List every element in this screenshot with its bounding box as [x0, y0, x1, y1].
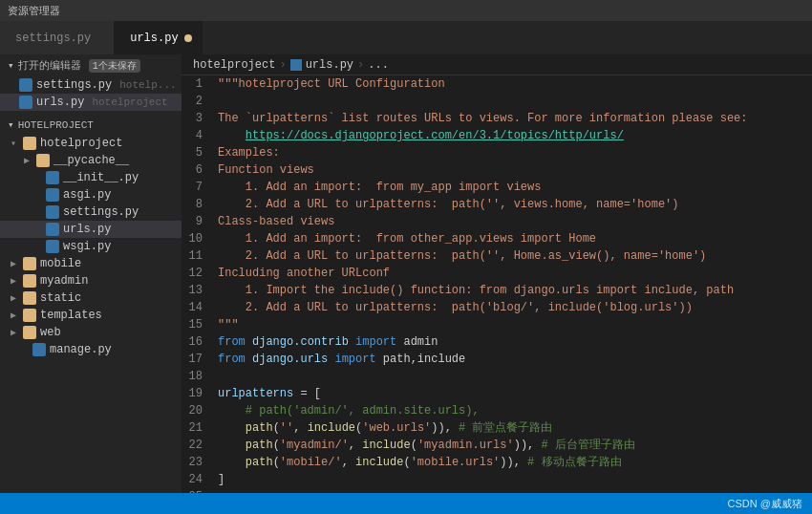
code-row-17: 17 from django.urls import path,include [182, 351, 812, 368]
open-file-urls-label: urls.py [36, 96, 84, 109]
breadcrumb-py-icon [290, 59, 302, 71]
file-icon-wsgi [46, 240, 59, 253]
code-row-19: 19 urlpatterns = [ [182, 385, 812, 402]
code-row-5: 5 Examples: [182, 144, 812, 161]
line-num-11: 11 [182, 247, 218, 265]
line-num-4: 4 [182, 127, 218, 144]
code-row-10: 10 1. Add an import: from other_app.view… [182, 230, 812, 247]
code-row-7: 7 1. Add an import: from my_app import v… [182, 179, 812, 196]
code-row-24: 24 ] [182, 471, 812, 488]
tree-init[interactable]: ▶ __init__.py [0, 169, 182, 186]
folder-icon-pycache [36, 154, 50, 167]
folder-icon-static [23, 291, 36, 305]
code-line-3: The `urlpatterns` list routes URLs to vi… [218, 110, 812, 127]
file-label-asgi: asgi.py [63, 188, 111, 202]
code-line-9: Class-based views [218, 213, 812, 230]
open-file-settings-extra: hotelp... [119, 79, 176, 91]
open-editors-section[interactable]: ▾ 打开的编辑器 1个未保存 [0, 54, 182, 76]
tree-myadmin[interactable]: ▶ myadmin [0, 272, 182, 289]
code-line-7: 1. Add an import: from my_app import vie… [218, 179, 812, 196]
tree-templates[interactable]: ▶ templates [0, 307, 182, 324]
breadcrumb-sep1: › [279, 58, 286, 72]
line-num-21: 21 [182, 419, 218, 437]
main-layout: ▾ 打开的编辑器 1个未保存 settings.py hotelp... url… [0, 54, 812, 493]
folder-icon-templates [23, 309, 36, 322]
arrow-mobile: ▶ [8, 258, 19, 269]
project-section[interactable]: ▾ HOTELPROJECT [0, 115, 182, 135]
line-num-24: 24 [182, 471, 218, 488]
code-row-13: 13 1. Import the include() function: fro… [182, 282, 812, 299]
line-num-8: 8 [182, 196, 218, 213]
line-num-6: 6 [182, 161, 218, 179]
tab-label-urls: urls.py [130, 32, 178, 45]
tree-pycache[interactable]: ▶ __pycache__ [0, 152, 182, 169]
file-label-settings: settings.py [63, 205, 139, 219]
open-editors-label: 打开的编辑器 [18, 58, 81, 73]
file-icon-urls [19, 96, 32, 109]
line-num-2: 2 [182, 93, 218, 110]
folder-icon-myadmin [23, 274, 36, 288]
tree-manage[interactable]: ▶ manage.py [0, 341, 182, 358]
line-num-15: 15 [182, 316, 218, 333]
tab-settings[interactable]: settings.py [0, 21, 115, 54]
code-row-21: 21 path('', include('web.urls')), # 前堂点餐… [182, 419, 812, 437]
sidebar: ▾ 打开的编辑器 1个未保存 settings.py hotelp... url… [0, 54, 182, 493]
code-row-1: 1 """hotelproject URL Configuration [182, 75, 812, 93]
arrow-hotelproject: ▾ [8, 138, 19, 149]
breadcrumb-urls: urls.py [306, 58, 353, 72]
line-num-23: 23 [182, 454, 218, 471]
breadcrumb: hotelproject › urls.py › ... [182, 54, 812, 75]
tree-urls[interactable]: ▶ urls.py [0, 221, 182, 238]
code-line-11: 2. Add a URL to urlpatterns: path('', Ho… [218, 247, 812, 265]
code-row-2: 2 [182, 93, 812, 110]
tree-wsgi[interactable]: ▶ wsgi.py [0, 238, 182, 255]
file-label-wsgi: wsgi.py [63, 240, 111, 253]
code-row-3: 3 The `urlpatterns` list routes URLs to … [182, 110, 812, 127]
code-row-18: 18 [182, 368, 812, 385]
tree-asgi[interactable]: ▶ asgi.py [0, 186, 182, 203]
line-num-19: 19 [182, 385, 218, 402]
arrow-web: ▶ [8, 327, 19, 338]
arrow-pycache: ▶ [21, 155, 32, 166]
code-line-10: 1. Add an import: from other_app.views i… [218, 230, 812, 247]
chevron-down-icon2: ▾ [8, 118, 14, 131]
code-row-23: 23 path('mobile/', include('mobile.urls'… [182, 454, 812, 471]
folder-icon-hotelproject [23, 137, 36, 150]
open-file-settings-label: settings.py [36, 78, 112, 92]
tree-mobile[interactable]: ▶ mobile [0, 255, 182, 272]
code-row-15: 15 """ [182, 316, 812, 333]
code-line-1: """hotelproject URL Configuration [218, 75, 812, 93]
code-line-15: """ [218, 316, 812, 333]
tree-hotelproject[interactable]: ▾ hotelproject [0, 135, 182, 152]
status-bar: CSDN @威威猪 [0, 493, 812, 514]
code-row-6: 6 Function views [182, 161, 812, 179]
open-file-urls[interactable]: urls.py hotelproject [0, 94, 182, 111]
tab-label-settings: settings.py [15, 32, 91, 45]
arrow-myadmin: ▶ [8, 275, 19, 287]
folder-label-static: static [40, 291, 81, 305]
line-num-5: 5 [182, 144, 218, 161]
file-icon-urls-tree [46, 223, 59, 236]
tree-settings[interactable]: ▶ settings.py [0, 203, 182, 221]
unsaved-badge: 1个未保存 [89, 59, 140, 73]
tab-urls[interactable]: urls.py [115, 21, 202, 54]
code-row-9: 9 Class-based views [182, 213, 812, 230]
code-line-23: path('mobile/', include('mobile.urls')),… [218, 454, 812, 471]
code-line-22: path('myadmin/', include('myadmin.urls')… [218, 437, 812, 454]
code-row-11: 11 2. Add a URL to urlpatterns: path('',… [182, 247, 812, 265]
arrow-static: ▶ [8, 292, 19, 304]
folder-label-mobile: mobile [40, 257, 81, 270]
folder-label-templates: templates [40, 309, 102, 322]
tree-static[interactable]: ▶ static [0, 289, 182, 307]
code-line-6: Function views [218, 161, 812, 179]
file-label-urls: urls.py [63, 223, 111, 236]
code-editor[interactable]: 1 """hotelproject URL Configuration 2 3 … [182, 75, 812, 493]
tree-web[interactable]: ▶ web [0, 324, 182, 341]
line-num-10: 10 [182, 230, 218, 247]
breadcrumb-hotelproject: hotelproject [193, 58, 275, 72]
folder-label-hotelproject: hotelproject [40, 137, 122, 150]
open-file-settings[interactable]: settings.py hotelp... [0, 76, 182, 94]
arrow-templates: ▶ [8, 310, 19, 321]
line-num-20: 20 [182, 402, 218, 419]
folder-label-myadmin: myadmin [40, 274, 88, 288]
